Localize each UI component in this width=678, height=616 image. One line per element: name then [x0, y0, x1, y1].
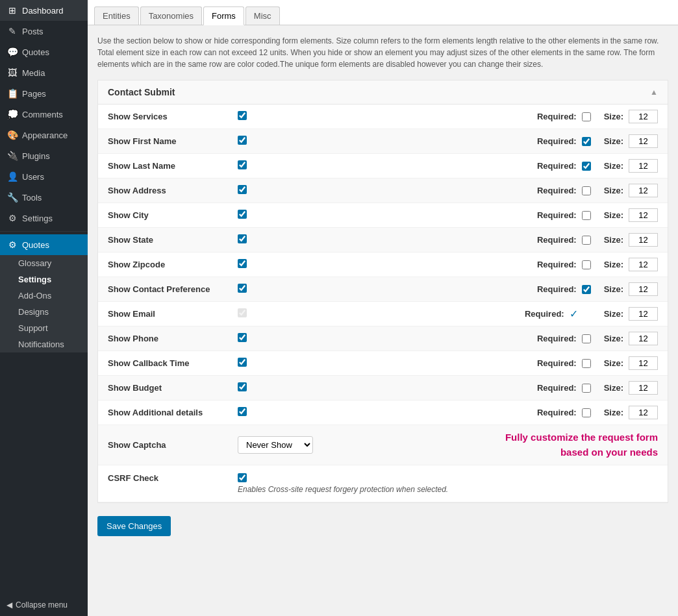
csrf-checkbox[interactable]	[238, 473, 247, 482]
show-checkbox-12[interactable]	[238, 407, 290, 418]
show-checkbox-5[interactable]	[238, 234, 290, 245]
row-label: Show Zipcode	[108, 260, 238, 269]
captcha-label: Show Captcha	[108, 440, 238, 450]
show-checkbox-8[interactable]	[238, 308, 290, 319]
required-label: Required:	[537, 334, 577, 343]
submenu-item-notifications[interactable]: Notifications	[0, 336, 88, 352]
csrf-row: CSRF Check Enables Cross-site request fo…	[98, 465, 668, 502]
sidebar-item-tools[interactable]: 🔧 Tools	[0, 187, 88, 208]
required-checkbox-10[interactable]	[582, 359, 591, 368]
sidebar-item-posts[interactable]: ✎ Posts	[0, 21, 88, 42]
required-checkbox-0[interactable]	[582, 112, 591, 121]
show-checkbox-3[interactable]	[238, 185, 290, 196]
submenu-item-settings[interactable]: Settings	[0, 271, 88, 288]
table-row: Show Budget Required: Size:	[98, 376, 668, 400]
sidebar-item-label: Quotes	[22, 240, 49, 250]
sidebar-item-quotes-active[interactable]: ⚙ Quotes	[0, 234, 88, 255]
show-checkbox-6[interactable]	[238, 259, 290, 270]
size-input-5[interactable]	[629, 233, 658, 247]
sidebar: ⊞ Dashboard ✎ Posts 💬 Quotes 🖼 Media 📋 P…	[0, 0, 88, 616]
row-label: Show City	[108, 210, 238, 220]
sidebar-item-label: Comments	[22, 110, 63, 119]
tab-taxonomies[interactable]: Taxonomies	[140, 6, 202, 25]
tools-icon: 🔧	[6, 192, 18, 203]
size-input-8[interactable]	[629, 307, 658, 321]
size-input-0[interactable]	[629, 110, 658, 123]
required-checkbox-9[interactable]	[582, 334, 591, 343]
size-input-7[interactable]	[629, 282, 658, 296]
required-checkbox-4[interactable]	[582, 211, 591, 220]
size-input-4[interactable]	[629, 208, 658, 222]
save-changes-button[interactable]: Save Changes	[97, 516, 171, 536]
show-checkbox-2[interactable]	[238, 160, 290, 171]
required-checkbox-1[interactable]	[582, 137, 591, 146]
sidebar-item-dashboard[interactable]: ⊞ Dashboard	[0, 0, 88, 21]
sidebar-item-media[interactable]: 🖼 Media	[0, 62, 88, 83]
captcha-select[interactable]: Never Show Always Show Guests Only	[238, 436, 313, 454]
table-row: Show Callback Time Required: Size:	[98, 351, 668, 376]
required-checkbox-11[interactable]	[582, 384, 591, 393]
required-label: Required:	[537, 358, 577, 368]
size-input-6[interactable]	[629, 258, 658, 271]
size-input-9[interactable]	[629, 332, 658, 345]
users-icon: 👤	[6, 171, 18, 182]
sidebar-item-appearance[interactable]: 🎨 Appearance	[0, 125, 88, 145]
table-row: Show City Required: Size:	[98, 203, 668, 228]
table-row: Show Address Required: Size:	[98, 179, 668, 203]
collapse-menu-button[interactable]: ◀ Collapse menu	[0, 594, 88, 616]
required-checkbox-6[interactable]	[582, 260, 591, 269]
row-label: Show First Name	[108, 136, 238, 146]
size-input-2[interactable]	[629, 159, 658, 173]
required-checkbox-12[interactable]	[582, 408, 591, 417]
size-label: Size:	[604, 309, 623, 319]
required-checkbox-5[interactable]	[582, 236, 591, 245]
show-checkbox-4[interactable]	[238, 210, 290, 221]
tab-entities[interactable]: Entities	[94, 6, 139, 25]
size-label: Size:	[604, 358, 623, 368]
sidebar-item-pages[interactable]: 📋 Pages	[0, 83, 88, 104]
csrf-inner: Enables Cross-site request forgery prote…	[238, 473, 448, 494]
sidebar-item-label: Settings	[22, 214, 53, 223]
sidebar-item-users[interactable]: 👤 Users	[0, 166, 88, 187]
row-label: Show Services	[108, 112, 238, 121]
size-input-10[interactable]	[629, 356, 658, 370]
required-label: Required:	[537, 284, 577, 294]
sidebar-item-quotes-top[interactable]: 💬 Quotes	[0, 42, 88, 62]
size-input-11[interactable]	[629, 381, 658, 395]
csrf-check-line	[238, 473, 247, 482]
submenu-item-designs[interactable]: Designs	[0, 304, 88, 320]
required-label: Required:	[537, 186, 577, 195]
table-row: Show Services Required: Size:	[98, 105, 668, 129]
required-checkbox-3[interactable]	[582, 186, 591, 195]
posts-icon: ✎	[6, 26, 18, 36]
size-label: Size:	[604, 334, 623, 343]
sidebar-item-plugins[interactable]: 🔌 Plugins	[0, 145, 88, 166]
tab-forms[interactable]: Forms	[203, 6, 244, 25]
sidebar-item-settings[interactable]: ⚙ Settings	[0, 208, 88, 228]
size-input-1[interactable]	[629, 134, 658, 148]
tab-misc[interactable]: Misc	[245, 6, 280, 25]
row-label: Show Callback Time	[108, 358, 238, 368]
sidebar-item-comments[interactable]: 💭 Comments	[0, 104, 88, 125]
submenu-item-support[interactable]: Support	[0, 320, 88, 336]
captcha-row: Show Captcha Never Show Always Show Gues…	[98, 425, 668, 465]
sidebar-arrow-icon	[84, 241, 88, 249]
show-checkbox-11[interactable]	[238, 382, 290, 393]
show-checkbox-9[interactable]	[238, 333, 290, 344]
show-checkbox-10[interactable]	[238, 358, 290, 369]
required-checkbox-2[interactable]	[582, 162, 591, 171]
section-collapse-icon[interactable]: ▲	[650, 88, 658, 97]
required-checkbox-7[interactable]	[582, 285, 591, 294]
size-input-3[interactable]	[629, 184, 658, 197]
size-input-12[interactable]	[629, 406, 658, 419]
show-checkbox-1[interactable]	[238, 136, 290, 147]
contact-submit-section: Contact Submit ▲ Show Services Required:…	[97, 80, 668, 503]
table-row: Show Last Name Required: Size:	[98, 154, 668, 179]
submenu-item-addons[interactable]: Add-Ons	[0, 288, 88, 304]
size-label: Size:	[604, 186, 623, 195]
submenu-item-glossary[interactable]: Glossary	[0, 255, 88, 271]
captcha-select-container: Never Show Always Show Guests Only	[238, 436, 313, 454]
sidebar-item-label: Plugins	[22, 151, 50, 161]
show-checkbox-0[interactable]	[238, 111, 290, 122]
show-checkbox-7[interactable]	[238, 284, 290, 295]
